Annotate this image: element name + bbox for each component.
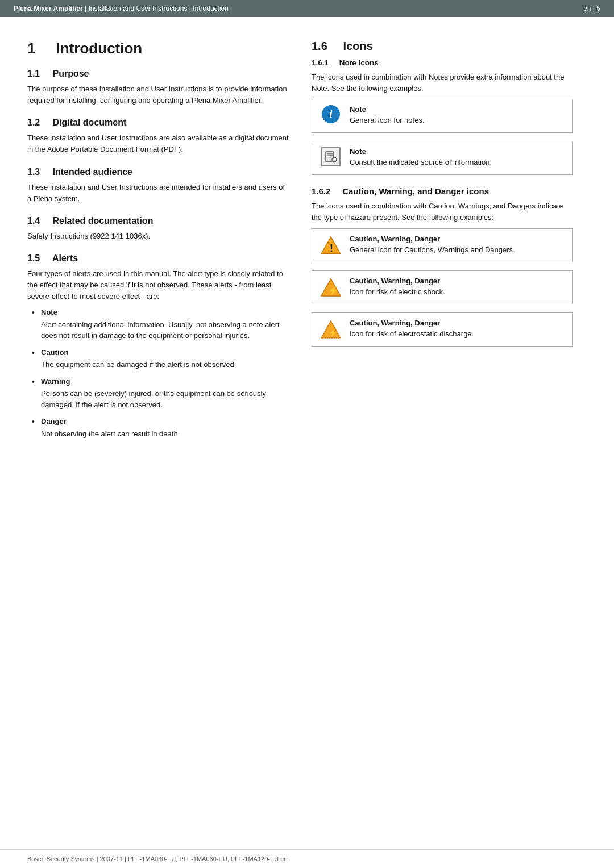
caution-box-general-text: General icon for Cautions, Warnings and …: [350, 245, 566, 256]
alert-warning: Warning Persons can be (severely) injure…: [32, 376, 289, 411]
info-circle-icon: i: [322, 105, 340, 123]
section-1-6-2: 1.6.2 Caution, Warning, and Danger icons…: [312, 186, 573, 346]
caution-box-general-content: Caution, Warning, Danger General icon fo…: [350, 235, 566, 256]
book-icon: i: [321, 147, 341, 166]
note-box-general-title: Note: [350, 105, 566, 114]
alerts-list: Note Alert containing additional informa…: [27, 307, 289, 439]
caution-box-electric-text: Icon for risk of electric shock.: [350, 287, 566, 298]
note-box-general-text: General icon for notes.: [350, 115, 566, 126]
book-icon-area: i: [319, 147, 343, 166]
section-1-4: 1.4 Related documentation Safety Instruc…: [27, 216, 289, 242]
warning-general-icon-area: !: [319, 235, 343, 256]
note-box-general-content: Note General icon for notes.: [350, 105, 566, 126]
caution-box-static-text: Icon for risk of electrostatic discharge…: [350, 329, 566, 340]
section-1-6-2-intro: The icons used in combination with Cauti…: [312, 201, 573, 223]
caution-box-electric-title: Caution, Warning, Danger: [350, 277, 566, 285]
section-1-6-title: 1.6 Icons: [312, 40, 573, 53]
section-1-6-1-title: 1.6.1 Note icons: [312, 59, 573, 67]
section-1-3-title: 1.3 Intended audience: [27, 167, 289, 177]
caution-box-general-title: Caution, Warning, Danger: [350, 235, 566, 243]
section-1-6-1: 1.6.1 Note icons The icons used in combi…: [312, 59, 573, 175]
svg-text:!: !: [330, 243, 333, 254]
section-1-4-text: Safety Instructions (9922 141 1036x).: [27, 231, 289, 242]
caution-box-static: ⚡ Caution, Warning, Danger Icon for risk…: [312, 312, 573, 347]
warning-electric-icon: ⚡: [320, 277, 342, 298]
alert-caution: Caution The equipment can be damaged if …: [32, 347, 289, 370]
info-circle-icon-area: i: [319, 105, 343, 123]
alert-danger: Danger Not observing the alert can resul…: [32, 416, 289, 439]
svg-text:i: i: [333, 158, 334, 163]
warning-static-icon-area: ⚡: [319, 319, 343, 340]
svg-rect-1: [327, 153, 333, 155]
footer-text: Bosch Security Systems | 2007-11 | PLE-1…: [27, 856, 288, 862]
section-1-5-intro: Four types of alerts are used in this ma…: [27, 268, 289, 302]
section-1-6-1-intro: The icons used in combination with Notes…: [312, 72, 573, 94]
note-box-book-text: Consult the indicated source of informat…: [350, 157, 566, 168]
page-number: en | 5: [583, 5, 600, 12]
section-1-1-title: 1.1 Purpose: [27, 69, 289, 79]
warning-electric-icon-area: ⚡: [319, 277, 343, 298]
caution-box-electric-content: Caution, Warning, Danger Icon for risk o…: [350, 277, 566, 298]
section-1-5: 1.5 Alerts Four types of alerts are used…: [27, 253, 289, 439]
svg-text:⚡: ⚡: [328, 328, 338, 338]
caution-box-general: ! Caution, Warning, Danger General icon …: [312, 228, 573, 262]
caution-box-electric: ⚡ Caution, Warning, Danger Icon for risk…: [312, 270, 573, 304]
product-name: Plena Mixer Amplifier: [14, 5, 83, 12]
section-1-6-2-title: 1.6.2 Caution, Warning, and Danger icons: [312, 186, 573, 196]
caution-box-static-title: Caution, Warning, Danger: [350, 319, 566, 327]
section-1-1-text: The purpose of these Installation and Us…: [27, 84, 289, 106]
section-1-2-text: These Installation and User Instructions…: [27, 132, 289, 155]
warning-general-icon: !: [320, 235, 342, 256]
note-box-book-title: Note: [350, 147, 566, 156]
section-1-2: 1.2 Digital document These Installation …: [27, 118, 289, 155]
svg-rect-2: [327, 155, 333, 156]
main-section-title: 1 Introduction: [27, 40, 289, 57]
left-column: 1 Introduction 1.1 Purpose The purpose o…: [27, 35, 289, 445]
section-1-4-title: 1.4 Related documentation: [27, 216, 289, 226]
section-1-3: 1.3 Intended audience These Installation…: [27, 167, 289, 205]
main-content: 1 Introduction 1.1 Purpose The purpose o…: [0, 17, 614, 479]
header-subtitle: Installation and User Instructions | Int…: [88, 5, 229, 12]
note-box-book: i Note Consult the indicated source of i…: [312, 141, 573, 175]
svg-text:⚡: ⚡: [328, 286, 339, 296]
footer: Bosch Security Systems | 2007-11 | PLE-1…: [0, 849, 614, 868]
svg-rect-3: [327, 157, 331, 158]
note-box-book-content: Note Consult the indicated source of inf…: [350, 147, 566, 168]
warning-static-icon: ⚡: [320, 319, 342, 340]
note-box-general: i Note General icon for notes.: [312, 99, 573, 133]
right-column: 1.6 Icons 1.6.1 Note icons The icons use…: [312, 35, 573, 445]
header-bar: Plena Mixer Amplifier | Installation and…: [0, 0, 614, 17]
section-1-5-title: 1.5 Alerts: [27, 253, 289, 264]
caution-box-static-content: Caution, Warning, Danger Icon for risk o…: [350, 319, 566, 340]
alert-note: Note Alert containing additional informa…: [32, 307, 289, 341]
section-1-1: 1.1 Purpose The purpose of these Install…: [27, 69, 289, 106]
header-title: Plena Mixer Amplifier | Installation and…: [14, 5, 229, 12]
section-1-3-text: These Installation and User Instructions…: [27, 182, 289, 205]
section-1-2-title: 1.2 Digital document: [27, 118, 289, 128]
